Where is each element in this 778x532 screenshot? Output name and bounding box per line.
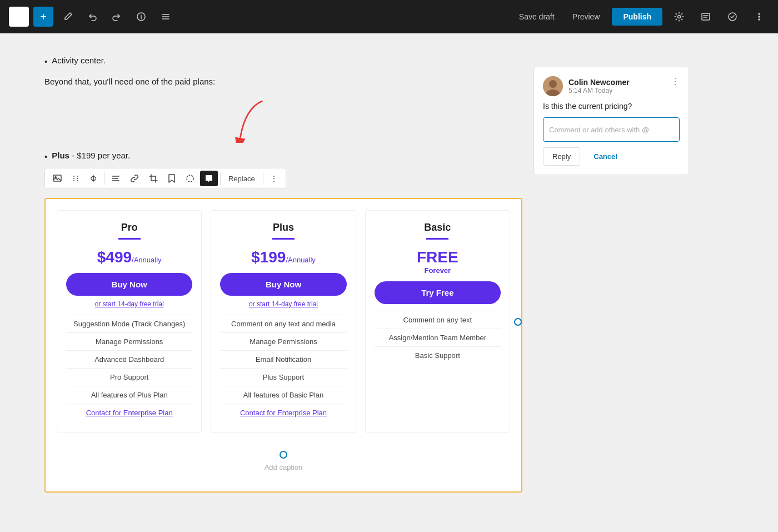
bullet-plus: • Plus - $199 per year. (44, 151, 522, 161)
editor-icon[interactable] (696, 7, 716, 27)
main-content: • Activity center. Beyond that, you'll n… (0, 33, 778, 532)
comment-text: Is this the current pricing? (543, 102, 680, 111)
pro-title: Pro (66, 222, 192, 233)
crop-btn[interactable] (144, 171, 162, 186)
svg-point-2 (678, 16, 681, 18)
comment-time: 5:14 AM Today (568, 87, 630, 95)
basic-plan-card: Basic FREEForever Try Free Comment on an… (365, 210, 510, 433)
pricing-grid: Pro $499/Annually Buy Now or start 14-da… (57, 210, 510, 433)
circle-select-btn[interactable] (181, 171, 199, 186)
svg-point-13 (73, 178, 74, 179)
plus-contact-link[interactable]: Contact for Enterprise Plan (220, 404, 346, 421)
svg-point-14 (77, 178, 78, 179)
bookmark-btn[interactable] (163, 171, 180, 186)
list-view-icon[interactable] (156, 7, 176, 27)
wordpress-logo[interactable] (9, 7, 29, 27)
cancel-button[interactable]: Cancel (585, 147, 626, 166)
basic-feature-2: Assign/Mention Team Member (375, 329, 501, 346)
svg-point-15 (73, 180, 74, 181)
plus-feature-3: Email Notification (220, 350, 346, 368)
plus-feature-1: Comment on any text and media (220, 315, 346, 332)
save-draft-button[interactable]: Save draft (513, 9, 560, 24)
basic-title: Basic (375, 222, 501, 233)
more-options-dots: ⋮ (270, 174, 278, 183)
pro-plan-card: Pro $499/Annually Buy Now or start 14-da… (57, 210, 202, 433)
comment-author-info: Colin Newcomer 5:14 AM Today (543, 76, 630, 96)
pro-feature-5: All features of Plus Plan (66, 386, 192, 404)
svg-point-16 (77, 180, 78, 181)
bullet-plus-text: Plus - $199 per year. (52, 151, 130, 160)
plus-features: Comment on any text and media Manage Per… (220, 315, 346, 404)
plus-rest: - $199 per year. (69, 151, 130, 160)
pro-features: Suggestion Mode (Track Changes) Manage P… (66, 315, 192, 404)
side-circle-indicator (514, 318, 522, 326)
comment-header: Colin Newcomer 5:14 AM Today ⋮ (543, 76, 680, 96)
more-options-btn[interactable]: ⋮ (266, 171, 282, 186)
toolbar-divider-3 (263, 172, 263, 185)
plus-divider (272, 238, 295, 240)
pro-buy-button[interactable]: Buy Now (66, 273, 192, 296)
caption-placeholder[interactable]: Add caption (265, 463, 303, 471)
svg-rect-3 (702, 13, 710, 20)
bullet-dot: • (44, 57, 47, 66)
plus-feature-5: All features of Basic Plan (220, 386, 346, 404)
block-toolbar: Replace ⋮ (44, 168, 286, 189)
add-block-button[interactable]: + (33, 7, 53, 27)
toolbar-divider-2 (220, 172, 221, 185)
svg-point-5 (759, 13, 760, 14)
publish-button[interactable]: Publish (612, 8, 662, 26)
pro-contact-link[interactable]: Contact for Enterprise Plan (66, 404, 192, 421)
caption-circle (280, 451, 287, 459)
image-icon-btn[interactable] (48, 171, 66, 186)
svg-point-6 (759, 16, 760, 17)
comment-panel: Colin Newcomer 5:14 AM Today ⋮ Is this t… (533, 56, 689, 510)
top-toolbar: + (0, 0, 778, 33)
comment-actions: Reply Cancel (543, 147, 680, 166)
drag-handle-btn[interactable] (67, 171, 84, 186)
pro-feature-4: Pro Support (66, 368, 192, 386)
editor-area: • Activity center. Beyond that, you'll n… (44, 56, 522, 510)
reply-button[interactable]: Reply (543, 147, 580, 166)
arrow-annotation (44, 93, 522, 148)
svg-point-12 (77, 176, 78, 177)
comment-active-btn[interactable] (200, 171, 218, 186)
comment-menu-button[interactable]: ⋮ (671, 76, 680, 87)
toolbar-divider-1 (104, 172, 104, 185)
author-avatar (543, 76, 563, 96)
pro-feature-1: Suggestion Mode (Track Changes) (66, 315, 192, 332)
pro-period: /Annually (132, 256, 161, 264)
caption-area: Add caption (57, 442, 510, 480)
redo-icon[interactable] (107, 7, 127, 27)
preview-button[interactable]: Preview (567, 9, 606, 24)
link-btn[interactable] (126, 171, 143, 186)
author-details: Colin Newcomer 5:14 AM Today (568, 78, 630, 95)
toolbar-left: + (9, 7, 176, 27)
toolbar-right: Save draft Preview Publish (513, 7, 769, 27)
comment-input[interactable] (543, 117, 680, 142)
pro-trial-link[interactable]: or start 14-day free trial (66, 300, 192, 308)
svg-point-17 (187, 175, 193, 182)
bullet-activity-text: Activity center. (52, 56, 106, 65)
align-btn[interactable] (107, 171, 124, 186)
basic-divider (426, 238, 448, 240)
more-options-icon[interactable] (749, 7, 769, 27)
plus-period: /Annually (286, 256, 315, 264)
plus-title: Plus (220, 222, 346, 233)
plus-trial-link[interactable]: or start 14-day free trial (220, 300, 346, 308)
edit-icon[interactable] (58, 7, 78, 27)
basic-buy-button[interactable]: Try Free (375, 281, 501, 304)
move-up-down-btn[interactable] (85, 171, 102, 186)
plus-feature-4: Plus Support (220, 368, 346, 386)
replace-button[interactable]: Replace (223, 171, 261, 186)
undo-icon[interactable] (82, 7, 102, 27)
pro-feature-2: Manage Permissions (66, 332, 192, 350)
info-icon[interactable] (131, 7, 151, 27)
plus-feature-2: Manage Permissions (220, 332, 346, 350)
plus-buy-button[interactable]: Buy Now (220, 273, 346, 296)
settings-icon[interactable] (669, 7, 689, 27)
plugins-icon[interactable] (722, 7, 742, 27)
basic-period: Forever (375, 266, 501, 275)
svg-point-10 (55, 177, 56, 178)
paragraph-text: Beyond that, you'll need one of the paid… (44, 75, 522, 88)
bullet-dot-2: • (44, 152, 47, 161)
